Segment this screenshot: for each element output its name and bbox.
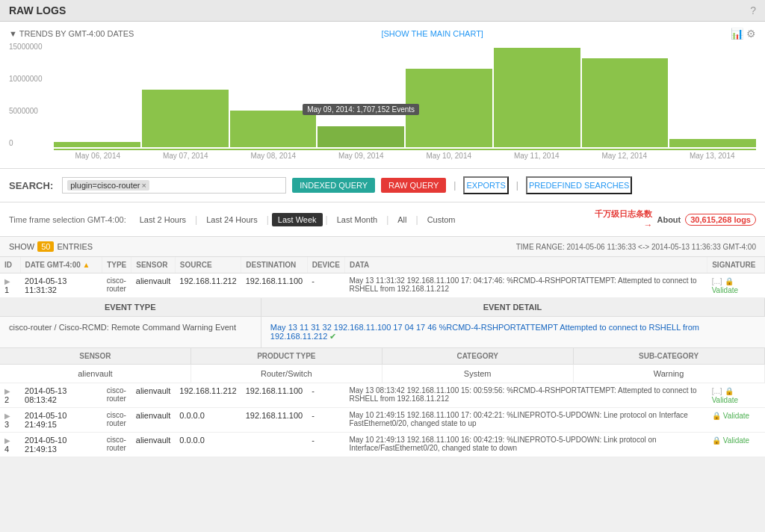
col-type: TYPE	[102, 257, 131, 273]
cell-id: ▶ 1	[0, 273, 20, 298]
sub-col-sub-category: SUB-CATEGORY	[574, 348, 765, 364]
chart-bars: May 09, 2014: 1,707,152 Events	[54, 43, 756, 147]
page-title: RAW LOGS	[9, 4, 66, 16]
timeframe-section: Time frame selection GMT-4:00: Last 2 Ho…	[0, 202, 765, 237]
predefined-searches-button[interactable]: PREDEFINED SEARCHES	[526, 176, 632, 194]
cell-signature: 🔒 Validate	[707, 433, 765, 457]
timeframe-lastmonth[interactable]: Last Month	[331, 213, 383, 226]
chart-tooltip: May 09, 2014: 1,707,152 Events	[303, 104, 419, 115]
chart-bar-icon[interactable]: 📊	[731, 28, 743, 40]
row-expand-icon[interactable]: ▶	[4, 412, 10, 420]
cell-data: May 10 21:49:13 192.168.11.100 16: 00:42…	[344, 433, 707, 457]
event-type-header: EVENT TYPE	[0, 298, 261, 316]
cell-device: -	[307, 408, 344, 433]
cell-type: cisco-router	[102, 383, 131, 408]
cell-destination	[241, 433, 307, 457]
validate-link[interactable]: Validate	[712, 396, 738, 404]
cell-sensor: alienvault	[131, 273, 175, 298]
lock-icon: 🔒	[712, 436, 721, 445]
cell-id: ▶ 2	[0, 383, 20, 408]
col-sensor: SENSOR	[131, 257, 175, 273]
sub-table-section: SENSOR PRODUCT TYPE CATEGORY SUB-CATEGOR…	[0, 347, 765, 383]
row-expand-icon[interactable]: ▶	[4, 436, 10, 445]
chart-baseline	[54, 149, 756, 150]
indexed-query-button[interactable]: INDEXED QUERY	[292, 178, 375, 193]
y-label-4: 0	[9, 139, 54, 147]
event-type-cell: cisco-router / Cisco-RCMD: Remote Comman…	[0, 317, 261, 347]
table-row: ▶ 4 2014-05-10 21:49:13 cisco-router ali…	[0, 433, 765, 457]
search-tag-text: plugin=cisco-router	[70, 181, 140, 190]
cell-date: 2014-05-13 08:13:42	[20, 383, 102, 408]
validate-link[interactable]: Validate	[712, 286, 738, 294]
cell-data: May 13 08:13:42 192.168.11.100 15: 00:59…	[344, 383, 707, 408]
col-date[interactable]: DATE GMT-4:00 ▲	[20, 257, 102, 273]
row-expand-icon[interactable]: ▶	[4, 277, 10, 285]
chart-container: 15000000 10000000 5000000 0 May 09, 2014…	[9, 43, 756, 162]
y-label-3: 5000000	[9, 107, 54, 115]
cell-date: 2014-05-13 11:31:32	[20, 273, 102, 298]
event-body: cisco-router / Cisco-RCMD: Remote Comman…	[0, 317, 765, 347]
col-destination: DESTINATION	[241, 257, 307, 273]
chart-bar[interactable]	[230, 111, 317, 147]
cell-device: -	[307, 433, 344, 457]
cell-id: ▶ 4	[0, 433, 20, 457]
sub-table-header: SENSOR PRODUCT TYPE CATEGORY SUB-CATEGOR…	[0, 347, 765, 365]
cell-device: -	[307, 383, 344, 408]
chart-bar[interactable]	[494, 48, 580, 147]
cell-sensor: alienvault	[131, 408, 175, 433]
sub-col-product-type: PRODUCT TYPE	[191, 348, 382, 364]
chart-bar[interactable]	[54, 142, 140, 147]
timeframe-lastweek[interactable]: Last Week	[272, 213, 323, 226]
cell-type: cisco-router	[102, 433, 131, 457]
cell-source: 0.0.0.0	[175, 433, 241, 457]
logs-count: 千万级日志条数 → About 30,615,268 logs	[595, 208, 756, 230]
sub-sensor: alienvault	[0, 365, 191, 383]
show-label: SHOW 50 ENTRIES	[9, 241, 93, 252]
validate-link[interactable]: Validate	[723, 412, 749, 420]
event-detail-header: EVENT DETAIL	[261, 298, 765, 316]
event-header: EVENT TYPE EVENT DETAIL	[0, 298, 765, 317]
chart-x-labels: May 06, 2014 May 07, 2014 May 08, 2014 M…	[54, 152, 756, 160]
chart-y-labels: 15000000 10000000 5000000 0	[9, 43, 54, 147]
timeframe-all[interactable]: All	[391, 213, 412, 226]
time-range: TIME RANGE: 2014-05-06 11:36:33 <-> 2014…	[516, 243, 756, 251]
chart-trends-label: ▼ TRENDS BY GMT-4:00 DATES	[9, 29, 134, 38]
cell-data: May 13 11:31:32 192.168.11.100 17: 04:17…	[344, 273, 707, 298]
chart-bar-highlighted[interactable]: May 09, 2014: 1,707,152 Events	[318, 126, 404, 147]
logs-about-label: About	[657, 215, 681, 224]
timeframe-custom[interactable]: Custom	[421, 213, 462, 226]
table-row: ▶ 1 2014-05-13 11:31:32 cisco-router ali…	[0, 273, 765, 298]
annotation-text: 千万级日志条数	[595, 208, 652, 220]
cell-device: -	[307, 273, 344, 298]
chart-bar[interactable]	[142, 90, 229, 147]
cell-signature: [...] 🔒 Validate	[707, 383, 765, 408]
search-tag-close[interactable]: ×	[141, 181, 146, 190]
logs-count-value: 30,615,268 logs	[685, 214, 756, 226]
help-icon[interactable]: ?	[750, 4, 756, 16]
chart-section: ▼ TRENDS BY GMT-4:00 DATES [SHOW THE MAI…	[0, 22, 765, 169]
cell-type: cisco-router	[102, 408, 131, 433]
cell-date: 2014-05-10 21:49:13	[20, 433, 102, 457]
search-input-wrapper[interactable]: plugin=cisco-router ×	[62, 177, 286, 194]
search-section: SEARCH: plugin=cisco-router × INDEXED QU…	[0, 169, 765, 202]
row-expand-icon[interactable]: ▶	[4, 387, 10, 395]
chart-bar[interactable]	[669, 139, 756, 147]
timeframe-last2hours[interactable]: Last 2 Hours	[134, 213, 192, 226]
cell-source: 192.168.11.212	[175, 273, 241, 298]
validate-link[interactable]: Validate	[723, 436, 749, 445]
timeframe-last24hours[interactable]: Last 24 Hours	[200, 213, 263, 226]
cell-signature: [...] 🔒 Validate	[707, 273, 765, 298]
ellipsis-icon: [...]	[712, 387, 722, 395]
show-main-chart-link[interactable]: [SHOW THE MAIN CHART]	[381, 29, 483, 38]
sub-col-sensor: SENSOR	[0, 348, 191, 364]
cell-sensor: alienvault	[131, 433, 175, 457]
lock-icon: 🔒	[725, 277, 734, 285]
cell-destination: 192.168.11.100	[241, 383, 307, 408]
chart-bar[interactable]	[582, 58, 669, 147]
raw-query-button[interactable]: RAW QUERY	[381, 178, 446, 193]
exports-button[interactable]: EXPORTS	[463, 176, 508, 194]
table-header-row: ID DATE GMT-4:00 ▲ TYPE SENSOR SOURCE DE…	[0, 257, 765, 273]
expanded-row: EVENT TYPE EVENT DETAIL cisco-router / C…	[0, 298, 765, 383]
chart-settings-icon[interactable]: ⚙	[746, 28, 756, 40]
sub-sub-category: Warning	[574, 365, 765, 383]
